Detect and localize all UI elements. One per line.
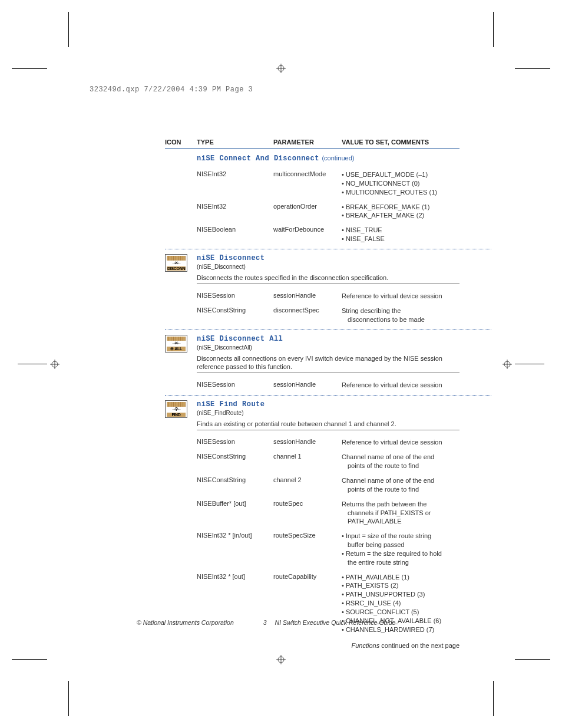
vi-icon: →×← ⊖ ALL [165,335,187,353]
cell-param: routeSpec [273,500,342,526]
cell-type: NISEInt32 * [in/out] [197,532,273,566]
vi-icon: →?← FIND [165,400,187,418]
cell-value: Returns the path between the channels if… [342,500,459,526]
registration-mark-icon [276,64,286,73]
cell-param: operationOrder [273,203,342,220]
crop-mark [493,681,494,716]
section-desc: Disconnects the routes specified in the … [197,274,459,282]
cell-value: NISE_TRUE NISE_FALSE [342,226,459,243]
table-row: NISEInt32 operationOrder BREAK_BEFORE_MA… [197,200,459,223]
cell-value: Input = size of the route string buffer … [342,532,459,566]
text: PATH_AVAILABLE [342,517,459,526]
vi-icon-symbol: →?← [172,407,180,413]
dotted-rule [165,395,491,396]
thin-rule [197,430,459,430]
table-row: NISESession sessionHandle Reference to v… [197,289,459,304]
dotted-rule [165,330,491,330]
section-desc: Finds an existing or potential route bet… [197,420,459,428]
registration-mark-icon [503,360,512,369]
section-title: niSE Disconnect [197,254,459,262]
bullet: PATH_EXISTS (2) [342,582,398,589]
table-row: NISEInt32 * [in/out] routeSpecSize Input… [197,529,459,569]
cell-type: NISEBuffer* [out] [197,500,273,526]
crop-mark [68,681,69,716]
text: disconnections to be made [342,315,459,324]
section-title: niSE Disconnect All [197,335,459,343]
page-footer: © National Instruments Corporation 3 NI … [137,619,459,626]
crop-mark [68,12,69,47]
table-row: NISESession sessionHandle Reference to v… [197,378,459,393]
table-row: NISEInt32 multiconnectMode USE_DEFAULT_M… [197,167,459,200]
thin-rule [197,284,459,284]
cell-type: NISESession [197,292,273,301]
cell-type: NISEInt32 [197,203,273,220]
col-value: VALUE TO SET, COMMENTS [342,139,459,146]
cell-type: NISESession [197,381,273,390]
section-disconnect: →×← DISCONNECT niSE Disconnect (niSE_Dis… [165,254,459,330]
page-number: 3 [263,619,267,626]
text: String describing the [342,307,401,314]
print-slug: 323249d.qxp 7/22/2004 4:39 PM Page 3 [90,85,253,94]
section-find-route: →?← FIND niSE Find Route (niSE_FindRoute… [165,400,459,648]
table-row: NISEBuffer* [out] routeSpec Returns the … [197,497,459,529]
vi-icon-symbol: →×← [172,341,180,347]
bullet: BREAK_BEFORE_MAKE (1) [342,203,429,210]
table-row: NISEConstString channel 1 Channel name o… [197,450,459,473]
text: channels if PATH_EXISTS or [342,509,459,518]
bullet: Input = size of the route string [342,532,431,539]
table-header: ICON TYPE PARAMETER VALUE TO SET, COMMEN… [165,139,459,149]
bullet: CHANNELS_HARDWIRED (7) [342,626,434,633]
section-disconnect-all: →×← ⊖ ALL niSE Disconnect All (niSE_Disc… [165,335,459,396]
crop-mark [515,659,550,660]
table-row: NISEBoolean waitForDebounce NISE_TRUE NI… [197,223,459,246]
crop-mark [18,364,47,364]
cell-value: Channel name of one of the end points of… [342,453,459,470]
bullet: Return = the size required to hold [342,550,442,557]
cell-param: channel 1 [273,453,342,470]
crop-mark [515,364,544,364]
doc-title: NI Switch Executive Quick Reference Guid… [275,619,396,626]
vi-icon-label: FIND [167,413,186,417]
text: points of the route to find [342,485,459,494]
text: buffer being passed [342,541,459,549]
col-param: PARAMETER [273,139,342,146]
bullet: SOURCE_CONFLICT (5) [342,608,419,615]
registration-mark-icon [50,360,59,369]
cell-param: disconnectSpec [273,307,342,324]
table-row: NISESession sessionHandle Reference to v… [197,435,459,450]
bullet: NISE_TRUE [342,226,382,233]
cell-type: NISEConstString [197,453,273,470]
text: the entire route string [342,558,459,567]
crop-mark [493,12,494,47]
text: points of the route to find [342,462,459,470]
section-title: niSE Find Route [197,400,459,409]
cell-value: Reference to virtual device session [342,381,459,390]
bullet: MULTICONNECT_ROUTES (1) [342,189,437,196]
cell-param: sessionHandle [273,438,342,447]
crop-mark [12,659,47,660]
cell-type: NISEBoolean [197,226,273,243]
text: Channel name of one of the end [342,453,434,460]
continued-label: (continued) [322,154,354,162]
cell-value: String describing the disconnections to … [342,307,459,324]
cell-param: channel 2 [273,476,342,494]
c-function-name: (niSE_FindRoute) [197,410,459,416]
vi-icon-label: ⊖ ALL [167,347,186,351]
bullet: RSRC_IN_USE (4) [342,599,401,607]
section-connect-and-disconnect: niSE Connect And Disconnect (continued) … [165,152,459,249]
c-function-name: (niSE_DisconnectAll) [197,344,459,351]
vi-icon: →×← DISCONNECT [165,254,187,272]
crop-mark [515,68,550,69]
c-function-name: (niSE_Disconnect) [197,263,459,270]
cell-param: routeSpecSize [273,532,342,566]
cell-param: sessionHandle [273,292,342,301]
table-row: NISEInt32 * [out] routeCapability PATH_A… [197,570,459,637]
table-row: NISEConstString channel 2 Channel name o… [197,473,459,497]
bullet: USE_DEFAULT_MODE (–1) [342,171,428,178]
cell-value: USE_DEFAULT_MODE (–1) NO_MULTICONNECT (0… [342,170,459,197]
vi-icon-label: DISCONNECT [167,266,186,271]
cell-value: Channel name of one of the end points of… [342,476,459,494]
copyright: © National Instruments Corporation [137,619,234,626]
cell-type: NISESession [197,438,273,447]
cell-param: multiconnectMode [273,170,342,197]
